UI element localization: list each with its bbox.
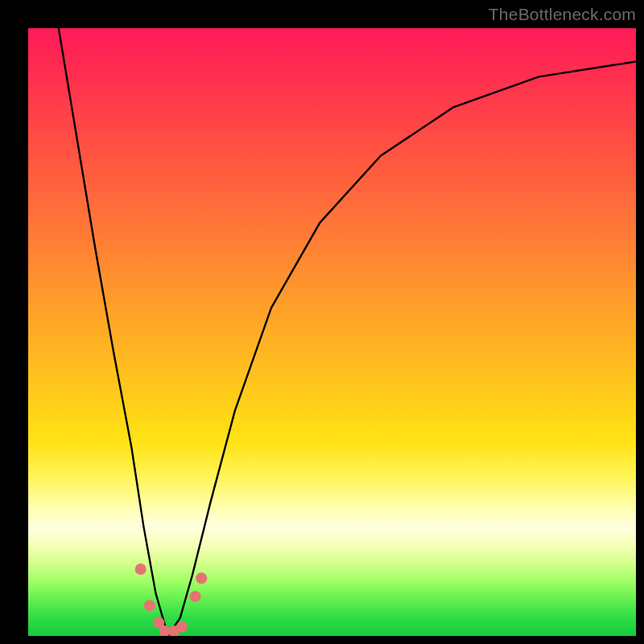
watermark-text: TheBottleneck.com xyxy=(489,5,636,24)
curve-marker xyxy=(190,591,201,602)
bottleneck-curve xyxy=(59,28,636,636)
chart-frame: TheBottleneck.com xyxy=(0,0,644,644)
curve-marker xyxy=(144,600,155,611)
curve-marker xyxy=(176,621,188,633)
curve-marker xyxy=(196,572,207,584)
plot-area xyxy=(28,28,636,636)
bottleneck-curve-svg xyxy=(28,28,636,636)
curve-marker xyxy=(135,564,147,575)
